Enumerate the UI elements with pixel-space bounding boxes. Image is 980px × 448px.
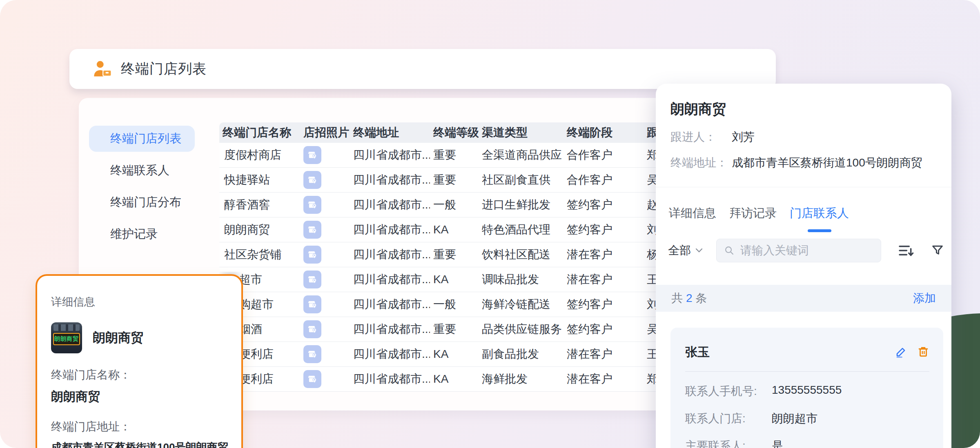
cell-level: 重要 <box>430 322 479 337</box>
cell-stage: 潜在客户 <box>564 272 644 287</box>
detail-address-value: 成都市青羊区蔡桥街道100号朗朗商贸 <box>51 440 228 448</box>
detail-address-label: 终端门店地址： <box>51 419 228 435</box>
detail-store-name: 朗朗商贸 <box>93 329 143 346</box>
cell-level: KA <box>430 223 479 236</box>
cell-store-name: 醇香酒窖 <box>219 197 300 213</box>
detail-name-value: 朗朗商贸 <box>51 388 228 405</box>
col-header-channel: 渠道类型 <box>479 125 564 140</box>
cell-sign-photo <box>300 221 350 239</box>
cell-sign-photo <box>300 171 350 189</box>
store-detail-panel: 朗朗商贸 跟进人： 刘芳 终端地址： 成都市青羊区蔡桥街道100号朗朗商贸 详细… <box>656 84 951 448</box>
storefront-photo-icon[interactable] <box>303 320 321 338</box>
search-icon <box>724 245 735 256</box>
contact-primary-label: 主要联系人: <box>685 438 772 448</box>
cell-channel: 调味品批发 <box>479 272 564 287</box>
cell-stage: 潜在客户 <box>564 247 644 262</box>
sidebar-item-terminal-contacts[interactable]: 终端联系人 <box>89 157 195 184</box>
cell-stage: 签约客户 <box>564 197 644 213</box>
cell-stage: 签约客户 <box>564 222 644 237</box>
col-header-sign-photo: 店招照片 <box>300 125 350 140</box>
storefront-photo-icon[interactable] <box>303 171 321 189</box>
filter-all-dropdown[interactable]: 全部 <box>668 243 703 258</box>
tab-store-contacts[interactable]: 门店联系人 <box>789 205 850 222</box>
detail-name-label: 终端门店名称： <box>51 367 228 383</box>
detail-card-title: 详细信息 <box>51 295 228 309</box>
chevron-down-icon <box>695 248 703 253</box>
cell-stage: 签约客户 <box>564 322 644 337</box>
follower-label: 跟进人： <box>670 129 732 145</box>
tab-detail-info[interactable]: 详细信息 <box>668 205 717 222</box>
col-header-address: 终端地址 <box>350 125 430 140</box>
storefront-photo: 朗朗商贸 <box>51 322 82 353</box>
contact-name: 张玉 <box>685 344 710 361</box>
storefront-photo-icon[interactable] <box>303 146 321 164</box>
storefront-photo-icon[interactable] <box>303 271 321 288</box>
count-value: 2 <box>686 292 693 305</box>
cell-sign-photo <box>300 196 350 214</box>
cell-channel: 副食品批发 <box>479 346 564 362</box>
cell-stage: 潜在客户 <box>564 346 644 362</box>
col-header-store-name: 终端门店名称 <box>219 125 300 140</box>
contact-phone-value: 13555555555 <box>772 384 842 399</box>
count-prefix: 共 <box>671 291 683 306</box>
cell-level: KA <box>430 348 479 361</box>
storefront-photo-icon[interactable] <box>303 370 321 388</box>
panel-store-name: 朗朗商贸 <box>670 100 726 119</box>
edit-contact-icon[interactable] <box>895 346 907 359</box>
delete-contact-icon[interactable] <box>917 346 929 359</box>
contact-filter-row: 全部 <box>668 239 944 262</box>
col-header-stage: 终端阶段 <box>564 125 644 140</box>
add-contact-button[interactable]: 添加 <box>913 291 936 306</box>
cell-address: 四川省成都市... <box>350 147 430 163</box>
cell-stage: 签约客户 <box>564 297 644 312</box>
terminal-address-value: 成都市青羊区蔡桥街道100号朗朗商贸 <box>732 155 922 171</box>
contact-search-box[interactable] <box>716 239 881 262</box>
cell-sign-photo <box>300 246 350 264</box>
terminal-address-label: 终端地址： <box>670 155 732 171</box>
cell-channel: 饮料社区配送 <box>479 247 564 262</box>
storefront-photo-icon[interactable] <box>303 295 321 313</box>
cell-address: 四川省成都市... <box>350 197 430 213</box>
contact-card: 张玉 联系人手机号:13555555555 联系人门店:朗朗超市 主要联系人:是… <box>670 328 943 448</box>
app-screen: 终端门店列表 终端门店列表 终端联系人 终端门店分布 维护记录 终端门店名称 店… <box>0 0 980 448</box>
storefront-photo-icon[interactable] <box>303 196 321 214</box>
sidebar-item-terminal-store-distribution[interactable]: 终端门店分布 <box>89 189 195 215</box>
sidebar-item-maintenance-records[interactable]: 维护记录 <box>89 221 195 247</box>
cell-channel: 海鲜冷链配送 <box>479 297 564 312</box>
tab-visit-records[interactable]: 拜访记录 <box>728 205 777 222</box>
detail-info-card: 详细信息 朗朗商贸 朗朗商贸 终端门店名称： 朗朗商贸 终端门店地址： 成都市青… <box>36 274 243 448</box>
cell-address: 四川省成都市... <box>350 247 430 262</box>
cell-address: 四川省成都市... <box>350 346 430 362</box>
storefront-photo-icon[interactable] <box>303 246 321 264</box>
sidebar-item-terminal-store-list[interactable]: 终端门店列表 <box>89 126 195 152</box>
cell-address: 四川省成都市... <box>350 172 430 188</box>
cell-channel: 进口生鲜批发 <box>479 197 564 213</box>
cell-store-name: 快捷驿站 <box>219 172 300 188</box>
cell-address: 四川省成都市... <box>350 322 430 337</box>
cell-store-name: 度假村商店 <box>219 147 300 163</box>
contact-count-bar: 共 2 条 添加 <box>656 285 951 312</box>
cell-channel: 海鲜批发 <box>479 371 564 387</box>
filter-funnel-icon[interactable] <box>931 244 944 257</box>
cell-address: 四川省成都市... <box>350 297 430 312</box>
storefront-photo-icon[interactable] <box>303 221 321 239</box>
cell-level: KA <box>430 373 479 386</box>
search-input[interactable] <box>739 244 870 257</box>
contact-store-value: 朗朗超市 <box>772 411 817 426</box>
storefront-photo-icon[interactable] <box>303 345 321 363</box>
follower-value: 刘芳 <box>732 129 755 145</box>
cell-stage: 潜在客户 <box>564 371 644 387</box>
cell-level: 一般 <box>430 297 479 312</box>
cell-level: 重要 <box>430 247 479 262</box>
cell-sign-photo <box>300 295 350 313</box>
store-person-icon <box>92 60 113 78</box>
cell-channel: 特色酒品代理 <box>479 222 564 237</box>
cell-address: 四川省成都市... <box>350 272 430 287</box>
contact-phone-label: 联系人手机号: <box>685 384 772 399</box>
cell-stage: 合作客户 <box>564 172 644 188</box>
cell-level: 重要 <box>430 147 479 163</box>
sort-icon[interactable] <box>898 244 914 257</box>
cell-level: KA <box>430 273 479 286</box>
cell-level: 重要 <box>430 172 479 188</box>
page-title: 终端门店列表 <box>121 60 207 78</box>
